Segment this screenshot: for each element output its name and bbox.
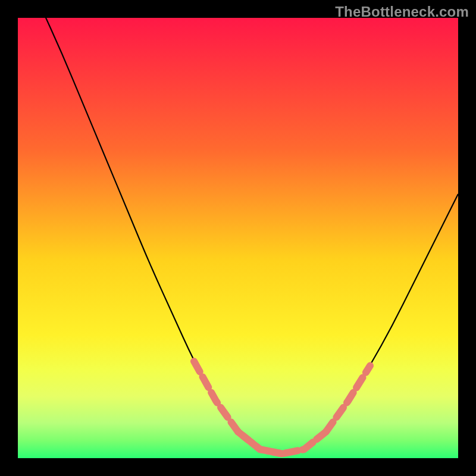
highlight-left [194,361,282,453]
curve-layer [18,18,458,458]
chart-frame: TheBottleneck.com [0,0,476,476]
plot-area [18,18,458,458]
bottleneck-curve [40,18,458,453]
highlight-right [326,366,370,432]
highlight-bottom [238,432,326,454]
